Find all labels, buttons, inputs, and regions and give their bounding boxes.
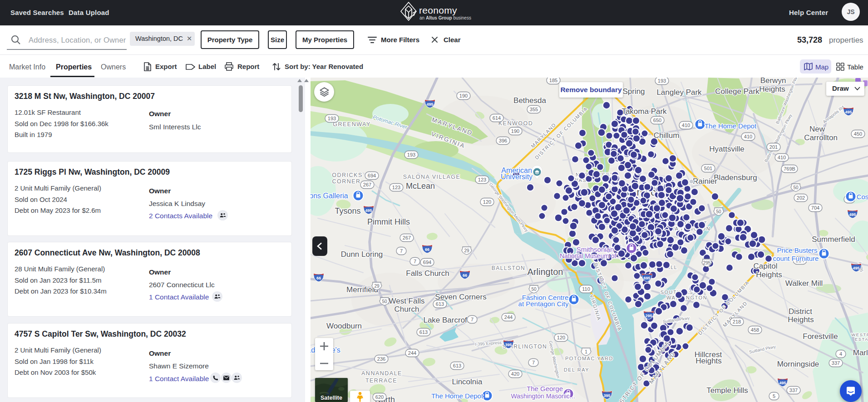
svg-text:395: 395 <box>603 393 610 398</box>
svg-text:193: 193 <box>407 152 415 157</box>
svg-text:Lincolnia: Lincolnia <box>452 377 483 386</box>
svg-text:Temple Hills: Temple Hills <box>706 386 748 395</box>
svg-text:123: 123 <box>392 185 400 190</box>
svg-text:193: 193 <box>328 116 336 121</box>
svg-text:395: 395 <box>505 343 512 347</box>
svg-text:Marlb: Marlb <box>853 348 868 357</box>
svg-text:University: University <box>501 173 533 181</box>
svg-text:495: 495 <box>853 266 859 270</box>
svg-text:Pimmit Hills: Pimmit Hills <box>367 217 410 226</box>
svg-text:Cos: Cos <box>857 193 868 201</box>
svg-text:218: 218 <box>733 319 741 324</box>
svg-text:769B: 769B <box>784 166 795 172</box>
svg-text:50: 50 <box>382 299 387 304</box>
svg-text:190: 190 <box>511 128 519 134</box>
svg-text:count Furniture: count Furniture <box>773 255 819 262</box>
svg-text:410: 410 <box>682 123 690 128</box>
svg-text:458: 458 <box>751 327 759 333</box>
svg-text:ysons Galleria: ysons Galleria <box>311 192 348 200</box>
svg-text:193: 193 <box>658 78 666 83</box>
svg-text:Walker Mill: Walker Mill <box>785 279 823 288</box>
svg-text:Morningside: Morningside <box>777 360 819 368</box>
svg-text:120: 120 <box>483 199 491 205</box>
svg-text:50: 50 <box>793 185 799 190</box>
svg-text:410: 410 <box>744 134 752 139</box>
svg-text:201: 201 <box>769 144 778 150</box>
svg-text:613: 613 <box>436 301 444 307</box>
svg-text:613: 613 <box>453 363 461 368</box>
svg-text:Heights: Heights <box>756 270 782 279</box>
svg-text:185: 185 <box>549 78 557 83</box>
svg-text:The Home Depot: The Home Depot <box>705 122 757 130</box>
svg-text:337: 337 <box>832 360 840 366</box>
svg-text:495: 495 <box>849 212 856 217</box>
svg-text:295: 295 <box>703 260 711 265</box>
svg-text:614: 614 <box>493 115 501 121</box>
svg-text:KENWOOD: KENWOOD <box>498 120 533 127</box>
svg-text:Falls Church: Falls Church <box>406 269 449 278</box>
svg-text:TERRACE: TERRACE <box>365 377 397 384</box>
svg-text:236: 236 <box>377 356 385 362</box>
svg-text:District: District <box>789 307 812 316</box>
svg-text:613: 613 <box>419 329 428 335</box>
svg-text:7: 7 <box>471 317 473 322</box>
svg-text:West Falls: West Falls <box>389 297 424 305</box>
svg-text:337: 337 <box>789 387 798 393</box>
svg-text:66: 66 <box>316 276 321 280</box>
svg-text:Church: Church <box>395 305 419 314</box>
svg-text:The George: The George <box>527 385 563 392</box>
svg-text:Bladensburg: Bladensburg <box>714 173 757 182</box>
svg-text:Tysons: Tysons <box>335 206 360 216</box>
svg-text:Arlington: Arlington <box>528 267 563 277</box>
svg-text:450: 450 <box>854 131 862 137</box>
svg-text:244: 244 <box>408 350 416 356</box>
svg-text:244: 244 <box>504 314 513 320</box>
svg-text:Heights: Heights <box>788 315 814 324</box>
svg-text:66: 66 <box>425 247 429 252</box>
svg-text:704: 704 <box>811 205 819 211</box>
svg-text:267: 267 <box>403 235 411 240</box>
svg-text:694: 694 <box>368 173 376 178</box>
svg-text:Heights: Heights <box>695 357 722 365</box>
svg-text:50: 50 <box>531 287 537 292</box>
svg-text:7: 7 <box>532 360 535 365</box>
svg-text:650: 650 <box>653 118 661 123</box>
svg-text:GREENWAY: GREENWAY <box>333 121 371 127</box>
svg-text:Price Busters: Price Busters <box>777 246 817 254</box>
svg-text:495: 495 <box>845 110 852 114</box>
svg-text:396: 396 <box>499 138 507 143</box>
svg-text:New: New <box>809 125 825 133</box>
svg-text:Bethesda: Bethesda <box>513 96 546 105</box>
svg-text:Capitol: Capitol <box>754 262 778 270</box>
svg-text:Takoma Park: Takoma Park <box>621 107 667 116</box>
svg-text:Washington Masonic...: Washington Masonic... <box>511 392 575 400</box>
svg-text:7: 7 <box>400 248 403 254</box>
svg-text:BALLSTON: BALLSTON <box>492 265 525 271</box>
svg-text:POTOMAC YARD: POTOMAC YARD <box>565 356 613 361</box>
svg-text:Woodburn: Woodburn <box>326 322 362 330</box>
svg-text:29: 29 <box>464 248 469 253</box>
svg-text:ANNANDALE: ANNANDALE <box>361 370 402 377</box>
svg-text:66: 66 <box>463 273 467 278</box>
svg-text:National Museum of...: National Museum of... <box>560 252 621 260</box>
svg-text:DEL RAY: DEL RAY <box>564 367 589 373</box>
svg-text:CORNER: CORNER <box>332 178 360 185</box>
svg-text:123: 123 <box>478 177 486 182</box>
svg-text:694: 694 <box>423 260 431 265</box>
svg-text:50: 50 <box>716 209 721 214</box>
svg-text:Carrollton: Carrollton <box>804 133 838 142</box>
svg-text:Spring: Spring <box>622 87 645 96</box>
svg-text:SALONA VILLAGE: SALONA VILLAGE <box>403 174 461 180</box>
svg-text:695: 695 <box>643 276 650 280</box>
svg-text:5: 5 <box>773 393 775 399</box>
svg-text:Langley Park: Langley Park <box>656 88 702 97</box>
svg-text:ODRICKS: ODRICKS <box>332 172 362 178</box>
svg-text:410: 410 <box>778 155 786 160</box>
svg-text:267: 267 <box>363 182 371 187</box>
svg-text:Heights: Heights <box>759 85 785 93</box>
svg-text:7: 7 <box>414 259 416 264</box>
svg-text:College Park: College Park <box>715 87 760 96</box>
svg-text:Chillum: Chillum <box>654 131 680 140</box>
svg-text:495: 495 <box>365 208 372 213</box>
svg-text:501: 501 <box>704 166 712 171</box>
